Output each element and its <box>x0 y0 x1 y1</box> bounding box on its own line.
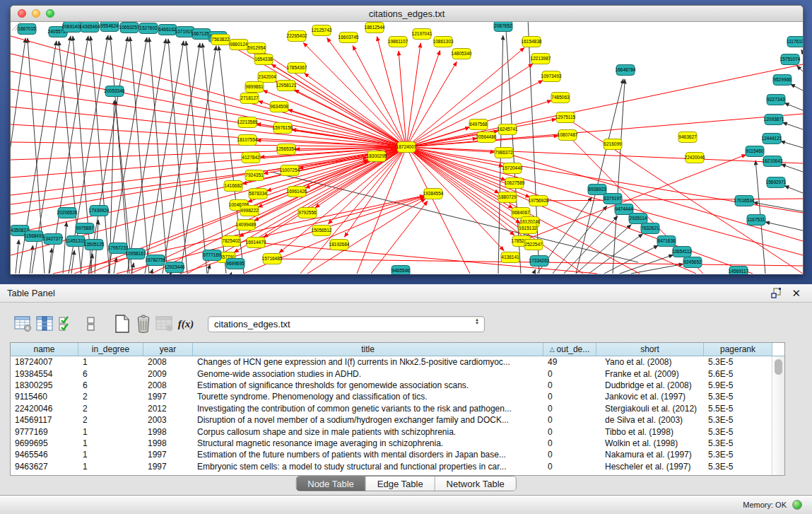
graph-node[interactable]: 12213589 <box>237 117 258 128</box>
graph-node[interactable]: 5878334 <box>249 189 267 199</box>
graph-node[interactable]: 10654112 <box>672 247 693 257</box>
table-row[interactable]: 1872400712008Changes of HCN gene express… <box>11 356 784 368</box>
graph-node[interactable]: 5912954 <box>247 43 266 54</box>
column-header-title[interactable]: title <box>193 343 543 356</box>
memory-indicator-icon[interactable] <box>792 500 802 510</box>
graph-node[interactable]: 7563822 <box>211 35 230 45</box>
graph-node[interactable]: 14099489 <box>236 220 257 230</box>
graph-edge[interactable] <box>371 201 428 274</box>
graph-node[interactable]: 16914479 <box>246 238 266 248</box>
graph-edge[interactable] <box>63 222 66 274</box>
graph-edge[interactable] <box>263 90 406 147</box>
graph-node[interactable]: 2718127 <box>240 93 259 104</box>
graph-node[interactable]: 1527602 <box>139 23 158 34</box>
table-selector-dropdown[interactable]: citations_edges.txt ▲▼ <box>208 316 485 332</box>
graph-node[interactable]: 9227343 <box>767 95 785 105</box>
graph-edge[interactable] <box>170 274 170 274</box>
graph-node[interactable]: 16245741 <box>498 124 518 135</box>
graph-node[interactable]: 16961426 <box>287 187 307 197</box>
tab-edge-table[interactable]: Edge Table <box>365 477 435 491</box>
graph-node[interactable]: 6466162 <box>158 25 177 35</box>
table-row[interactable]: 977716911998Corpus callosum shape and si… <box>11 426 784 437</box>
float-panel-icon[interactable] <box>771 288 782 298</box>
graph-edge[interactable] <box>11 36 406 147</box>
function-builder-button[interactable]: f(x) <box>175 314 196 334</box>
table-row[interactable]: 969969511998Structural magnetic resonanc… <box>11 438 784 449</box>
graph-node[interactable]: 2935114 <box>629 214 647 224</box>
network-canvas[interactable]: 1667015240557242069140614365464955462410… <box>11 22 803 274</box>
graph-edge[interactable] <box>406 64 803 147</box>
graph-node[interactable]: 6216099 <box>604 139 622 150</box>
graph-node[interactable]: 15056512 <box>312 226 332 236</box>
graph-edge[interactable] <box>180 46 216 274</box>
graph-node[interactable]: 9975887 <box>76 223 94 234</box>
graph-node[interactable]: 1654338 <box>254 54 273 65</box>
column-header-in_degree[interactable]: in_degree <box>78 343 143 356</box>
graph-node[interactable]: 18107554 <box>237 135 258 146</box>
graph-edge[interactable] <box>780 141 803 148</box>
column-header-name[interactable]: name <box>11 343 78 356</box>
graph-edge[interactable] <box>765 222 803 230</box>
graph-edge[interactable] <box>784 103 803 110</box>
graph-node[interactable]: 7825402 <box>222 236 240 247</box>
graph-node[interactable]: 8938923 <box>588 185 606 195</box>
graph-node[interactable]: 15751074 <box>780 54 801 65</box>
graph-node[interactable]: 17334263 <box>529 256 550 267</box>
column-header-pagerank[interactable]: pagerank <box>704 343 772 356</box>
graph-node[interactable]: 9634508 <box>270 102 288 112</box>
graph-node[interactable]: 2087652 <box>494 22 512 32</box>
graph-node[interactable]: 8471636 <box>657 236 676 247</box>
graph-node[interactable]: 14365464 <box>80 22 100 33</box>
graph-hub-node[interactable]: 18724007 <box>396 142 417 153</box>
graph-node[interactable]: 12975115 <box>555 112 576 123</box>
graph-node[interactable]: 22265402 <box>287 31 307 42</box>
graph-edge[interactable] <box>782 122 803 129</box>
graph-edge[interactable] <box>406 147 696 274</box>
tab-node-table[interactable]: Node Table <box>296 477 365 491</box>
graph-edge[interactable] <box>406 147 803 163</box>
graph-edge[interactable] <box>631 264 683 274</box>
graph-edge[interactable] <box>110 35 129 274</box>
memory-status-label[interactable]: Memory: OK <box>743 501 787 509</box>
graph-edge[interactable] <box>279 147 406 253</box>
graph-node[interactable]: 9554624 <box>100 22 119 32</box>
graph-node[interactable]: 2342004 <box>258 72 276 83</box>
network-window-titlebar[interactable]: citations_edges.txt <box>11 6 803 22</box>
graph-node[interactable]: 9465546 <box>392 266 410 275</box>
table-row[interactable]: 946362711997Embryonic stem cells: a mode… <box>11 461 784 472</box>
table-row[interactable]: 1830029562008Estimation of significance … <box>11 380 784 391</box>
graph-node[interactable]: 20053346 <box>105 86 125 97</box>
graph-edge[interactable] <box>791 84 803 90</box>
graph-node[interactable]: 6497568 <box>469 119 488 130</box>
graph-node[interactable]: 12923446 <box>165 262 185 273</box>
graph-edge[interactable] <box>168 39 187 274</box>
graph-edge[interactable] <box>90 36 110 274</box>
graph-node[interactable]: 15716485 <box>262 254 283 264</box>
graph-edge[interactable] <box>208 264 210 274</box>
graph-node[interactable]: 10861303 <box>433 37 454 47</box>
graph-node[interactable]: 15692971 <box>766 177 787 188</box>
graph-node[interactable]: 1416682 <box>224 181 242 192</box>
graph-node[interactable]: 12444121 <box>762 134 782 144</box>
close-panel-icon[interactable]: ✕ <box>792 288 801 298</box>
graph-edge[interactable] <box>534 269 536 274</box>
resize-grip-icon[interactable] <box>11 22 20 30</box>
table-row[interactable]: 2242004622012Investigating the contribut… <box>11 403 784 414</box>
graph-edge[interactable] <box>151 269 153 274</box>
graph-edge[interactable] <box>114 257 117 274</box>
graph-edge[interactable] <box>11 158 367 204</box>
graph-node[interactable]: 12093871 <box>764 115 784 125</box>
graph-node[interactable]: 12125743 <box>312 25 332 36</box>
graph-node[interactable]: 4136141 <box>501 252 519 263</box>
graph-node[interactable]: 20206526 <box>57 208 78 218</box>
vertical-scrollbar[interactable] <box>772 356 784 475</box>
graph-node[interactable]: 9115460 <box>746 146 764 157</box>
graph-edge[interactable] <box>11 89 406 147</box>
graph-edge[interactable] <box>539 199 803 201</box>
graph-node[interactable]: 14805340 <box>452 49 472 59</box>
graph-node[interactable]: 9899861 <box>245 82 264 93</box>
graph-node[interactable]: 9860124 <box>230 40 248 50</box>
column-header-year[interactable]: year <box>143 343 193 356</box>
graph-edge[interactable] <box>406 43 420 147</box>
graph-edge[interactable] <box>305 74 406 147</box>
